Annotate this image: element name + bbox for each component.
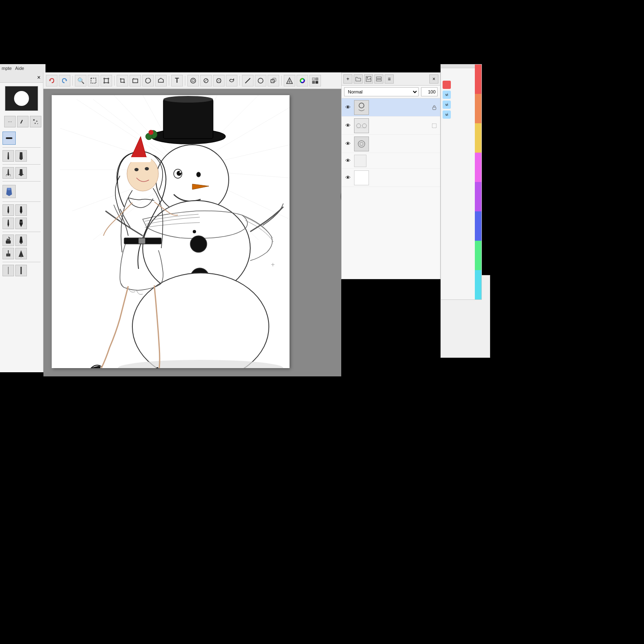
image-layer-button[interactable] — [364, 74, 373, 84]
color-swatch-cyan[interactable] — [475, 270, 481, 299]
brush-selector-row — [0, 131, 43, 146]
layer-visibility-calque1-a[interactable]: 👁 — [344, 140, 352, 148]
brush-small[interactable] — [2, 150, 14, 162]
svg-rect-97 — [366, 77, 371, 81]
color-swatch-green[interactable] — [475, 241, 481, 270]
layer-visibility-calque1-1[interactable]: 👁 — [344, 122, 352, 129]
text-button[interactable]: T — [171, 75, 183, 86]
lib-material-button[interactable]: vi — [443, 101, 451, 109]
undo-button[interactable] — [46, 75, 57, 86]
redo-button[interactable] — [59, 75, 70, 86]
layer-item-calque1-b[interactable]: 👁 — [342, 153, 440, 169]
crop-button[interactable] — [117, 75, 128, 86]
sep-5 — [239, 76, 240, 86]
clone-button[interactable] — [268, 75, 279, 86]
airbrush-small[interactable] — [2, 167, 14, 179]
svg-point-4 — [37, 123, 38, 124]
zoom-button[interactable]: 🔍 — [75, 75, 86, 86]
canvas-area[interactable]: + — [43, 89, 341, 376]
color-swatch-yellow[interactable] — [475, 123, 481, 153]
brush-tool-selected[interactable] — [2, 132, 16, 145]
layer-controls-calque1-1 — [431, 122, 438, 129]
sep-3 — [169, 76, 169, 86]
brush-medium[interactable] — [15, 150, 27, 162]
tool-pencil-small[interactable] — [17, 116, 29, 127]
color-swatch-orange[interactable] — [475, 94, 481, 123]
svg-rect-25 — [91, 78, 96, 83]
color-swatch-red[interactable] — [475, 65, 481, 94]
layer-alpha-lock-encrage[interactable] — [431, 104, 438, 111]
rect-select-button[interactable] — [129, 75, 141, 86]
color-swatch-blue[interactable] — [475, 211, 481, 241]
layer-alpha-calque1-1[interactable] — [431, 122, 438, 129]
detail-brush-a[interactable] — [2, 204, 14, 216]
liquify-button[interactable] — [226, 75, 237, 86]
layer-item-background[interactable]: 👁 — [342, 169, 440, 187]
color-swatch-pink[interactable] — [475, 153, 481, 182]
svg-point-11 — [23, 174, 24, 175]
layer-thumb-encrage — [354, 100, 369, 115]
airbrush-medium[interactable] — [15, 167, 27, 179]
divider-4 — [2, 201, 41, 202]
layer-visibility-background[interactable]: 👁 — [344, 174, 352, 182]
chalk-tool[interactable] — [2, 185, 16, 198]
merge-layer-button[interactable] — [374, 74, 383, 84]
opacity-input[interactable] — [421, 87, 438, 96]
sep-2 — [114, 76, 115, 86]
svg-rect-5 — [6, 137, 12, 139]
paint-button[interactable] — [187, 75, 199, 86]
smudge-button[interactable] — [200, 75, 212, 86]
layer-item-calque1-a[interactable]: 👁 — [342, 135, 440, 153]
brush-preview-circle — [14, 91, 29, 106]
poly-select-button[interactable] — [155, 75, 167, 86]
tool-panel-header: × — [0, 72, 43, 83]
svg-text:+: + — [271, 261, 275, 268]
gradient-button[interactable] — [284, 75, 295, 86]
color-wheel-button[interactable] — [297, 75, 308, 86]
bottom-black-area — [0, 376, 455, 641]
mesh-button[interactable] — [213, 75, 225, 86]
detail-pen[interactable] — [15, 235, 27, 246]
menu-item-compte[interactable]: mpte — [2, 66, 12, 71]
line-thick[interactable] — [15, 265, 27, 276]
layer-item-calque1-1[interactable]: 👁 — [342, 117, 440, 135]
layer-item-encrage[interactable]: 👁 — [342, 98, 440, 117]
detail-brush-d[interactable] — [15, 218, 27, 229]
transform-button[interactable] — [101, 75, 112, 86]
layer-thumb-calque1-1 — [354, 118, 369, 133]
blend-mode-select[interactable]: Normal — [344, 87, 419, 96]
lib-color-button[interactable] — [443, 81, 451, 89]
lasso-button[interactable] — [142, 75, 154, 86]
brushset-button[interactable] — [309, 75, 321, 86]
svg-point-36 — [204, 79, 208, 83]
ink-small[interactable] — [2, 248, 14, 259]
svg-point-80 — [190, 236, 207, 252]
detail-brush-c[interactable] — [2, 218, 14, 229]
svg-rect-15 — [6, 240, 11, 244]
color-swatch-purple[interactable] — [475, 182, 481, 211]
selection-button[interactable] — [88, 75, 99, 86]
tool-cursor[interactable]: ⋯ — [4, 116, 16, 127]
line-tool-button[interactable] — [242, 75, 254, 86]
layers-close-button[interactable]: × — [429, 74, 438, 84]
detail-brush-b[interactable] — [15, 204, 27, 216]
ink-large[interactable] — [15, 248, 27, 259]
add-layer-button[interactable]: + — [343, 74, 352, 84]
top-toolbar: 🔍 T — [43, 72, 341, 89]
tool-panel-close[interactable]: × — [37, 74, 41, 81]
line-thin[interactable] — [2, 265, 14, 276]
layers-menu-button[interactable]: ≡ — [385, 74, 394, 84]
folder-layer-button[interactable] — [354, 74, 363, 84]
layer-visibility-calque1-b[interactable]: 👁 — [344, 157, 352, 165]
lib-brush-button[interactable]: vi — [443, 91, 451, 99]
canvas-document[interactable]: + — [52, 95, 290, 368]
menu-item-aide[interactable]: Aide — [15, 66, 24, 71]
ellipse-button[interactable] — [255, 75, 266, 86]
sep-4 — [185, 76, 185, 86]
layer-visibility-encrage[interactable]: 👁 — [344, 104, 352, 111]
lib-scene-button[interactable]: vi — [443, 110, 451, 119]
layers-panel: + ≡ × Normal 👁 — [341, 72, 441, 279]
tool-scatter[interactable] — [30, 116, 41, 127]
ink-can[interactable] — [2, 235, 14, 246]
tool-selector-grid: ⋯ — [2, 114, 41, 129]
